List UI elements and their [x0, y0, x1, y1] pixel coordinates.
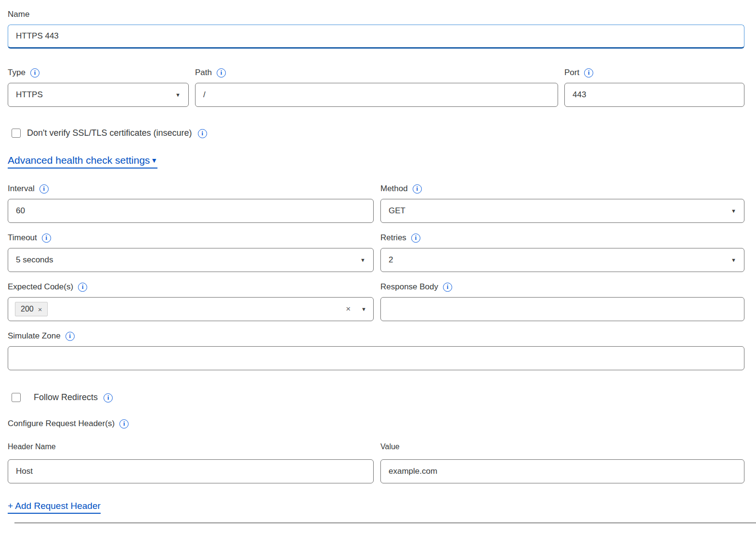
timeout-select-value: 5 seconds: [16, 255, 53, 265]
info-icon[interactable]: i: [413, 184, 422, 194]
expected-codes-field-group: Expected Code(s) i 200 × × ▼: [8, 281, 374, 321]
port-input[interactable]: [564, 83, 744, 107]
chevron-down-icon: ▼: [731, 208, 736, 214]
chevron-down-icon: ▼: [360, 258, 365, 263]
info-icon[interactable]: i: [104, 393, 113, 403]
method-select-value: GET: [389, 206, 405, 216]
ssl-verify-checkbox[interactable]: [12, 129, 21, 138]
timeout-label: Timeout: [8, 232, 37, 244]
chevron-down-icon: ▼: [175, 92, 181, 98]
multiselect-controls: × ▼: [346, 304, 366, 314]
expected-code-tag: 200 ×: [15, 302, 48, 316]
name-label: Name: [8, 9, 29, 20]
header-name-column-label: Header Name: [8, 442, 56, 451]
retries-label: Retries: [380, 232, 406, 244]
interval-label: Interval: [8, 183, 35, 195]
response-body-input[interactable]: [380, 297, 744, 321]
info-icon[interactable]: i: [119, 419, 129, 429]
method-field-group: Method i GET ▼: [380, 183, 744, 223]
response-body-field-group: Response Body i: [380, 281, 744, 321]
info-icon[interactable]: i: [42, 234, 51, 243]
header-value-input[interactable]: [380, 459, 744, 483]
interval-input[interactable]: [8, 199, 374, 223]
type-select[interactable]: HTTPS ▼: [8, 83, 189, 107]
expected-codes-label: Expected Code(s): [8, 281, 73, 293]
ssl-verify-checkbox-row: Don't verify SSL/TLS certificates (insec…: [8, 128, 744, 138]
port-label: Port: [564, 67, 579, 78]
info-icon[interactable]: i: [443, 283, 452, 292]
triangle-down-icon: ▼: [151, 157, 157, 164]
interval-field-group: Interval i: [8, 183, 374, 223]
name-input[interactable]: [8, 25, 744, 49]
ssl-verify-checkbox-label: Don't verify SSL/TLS certificates (insec…: [27, 128, 192, 138]
info-icon[interactable]: i: [78, 283, 87, 292]
expected-codes-multiselect[interactable]: 200 × × ▼: [8, 297, 374, 321]
type-label: Type: [8, 67, 26, 78]
path-field-group: Path i: [195, 67, 558, 107]
method-label: Method: [380, 183, 408, 195]
add-request-header-link[interactable]: + Add Request Header: [8, 501, 101, 514]
info-icon[interactable]: i: [411, 234, 420, 243]
retries-select-value: 2: [389, 255, 393, 265]
clear-icon[interactable]: ×: [346, 304, 351, 314]
info-icon[interactable]: i: [584, 68, 593, 78]
follow-redirects-checkbox-label: Follow Redirects: [34, 392, 98, 403]
simulate-zone-label: Simulate Zone: [8, 330, 61, 342]
timeout-select[interactable]: 5 seconds ▼: [8, 248, 374, 272]
chevron-down-icon: ▼: [361, 307, 366, 312]
info-icon[interactable]: i: [65, 332, 75, 341]
request-header-row: [8, 459, 744, 483]
info-icon[interactable]: i: [39, 184, 49, 194]
path-input[interactable]: [195, 83, 558, 107]
info-icon[interactable]: i: [217, 68, 226, 78]
request-headers-section: Configure Request Header(s) i: [8, 418, 744, 429]
type-field-group: Type i HTTPS ▼: [8, 67, 189, 107]
header-value-column-label: Value: [380, 442, 400, 451]
request-header-column-labels: Header Name Value: [8, 442, 744, 459]
type-path-port-row: Type i HTTPS ▼ Path i Port i: [8, 67, 744, 107]
follow-redirects-checkbox[interactable]: [12, 393, 21, 402]
name-field-group: Name: [8, 9, 744, 49]
response-body-label: Response Body: [380, 281, 438, 293]
advanced-settings-grid: Interval i Method i GET ▼ Timeout i 5 se…: [8, 183, 744, 321]
chevron-down-icon: ▼: [731, 258, 736, 263]
retries-field-group: Retries i 2 ▼: [380, 232, 744, 272]
advanced-settings-link-label: Advanced health check settings: [8, 155, 150, 166]
simulate-zone-input[interactable]: [8, 346, 744, 370]
follow-redirects-checkbox-row: Follow Redirects i: [8, 392, 744, 403]
remove-icon[interactable]: ×: [38, 305, 42, 313]
retries-select[interactable]: 2 ▼: [380, 248, 744, 272]
expected-code-tag-value: 200: [21, 305, 34, 313]
header-name-input[interactable]: [8, 459, 374, 483]
type-select-value: HTTPS: [16, 90, 43, 100]
method-select[interactable]: GET ▼: [380, 199, 744, 223]
info-icon[interactable]: i: [30, 68, 39, 78]
health-check-form: Name Type i HTTPS ▼ Path i Port i: [0, 0, 756, 523]
info-icon[interactable]: i: [198, 129, 207, 138]
request-headers-label: Configure Request Header(s): [8, 418, 115, 429]
timeout-field-group: Timeout i 5 seconds ▼: [8, 232, 374, 272]
advanced-settings-link[interactable]: Advanced health check settings ▼: [8, 155, 157, 169]
port-field-group: Port i: [564, 67, 744, 107]
path-label: Path: [195, 67, 212, 78]
section-divider: [14, 522, 756, 523]
simulate-zone-field-group: Simulate Zone i: [8, 330, 744, 370]
